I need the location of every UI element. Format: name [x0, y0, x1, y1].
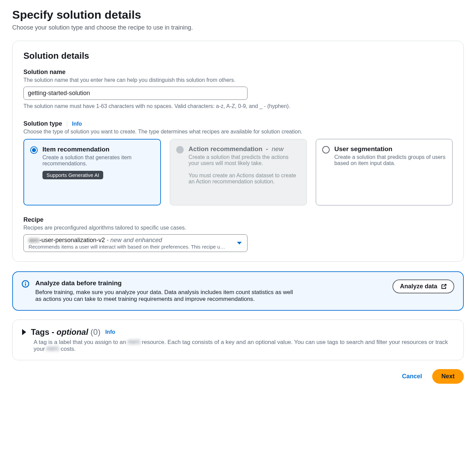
solution-name-hint: The solution name that you enter here ca…: [23, 77, 453, 83]
tile-desc: Create a solution that predicts groups o…: [334, 154, 446, 166]
radio-icon: [176, 146, 184, 153]
svg-rect-2: [25, 282, 26, 283]
solution-type-label: Solution type: [23, 120, 62, 127]
solution-type-hint: Choose the type of solution you want to …: [23, 129, 453, 135]
chevron-down-icon: [237, 242, 242, 244]
expand-icon[interactable]: [22, 329, 26, 335]
recipe-name: -user-personalization-v2: [39, 237, 105, 243]
solution-name-input[interactable]: [23, 87, 248, 100]
tags-optional: optional: [57, 327, 88, 337]
alert-title: Analyze data before training: [35, 279, 386, 287]
tags-title: Tags - optional (0): [31, 327, 100, 337]
radio-icon: [322, 146, 330, 153]
panel-title: Solution details: [23, 51, 453, 61]
tile-title: Item recommendation: [42, 146, 154, 153]
solution-name-constraint: The solution name must have 1-63 charact…: [23, 103, 453, 109]
alert-text: Before training, make sure you analyze y…: [35, 289, 293, 303]
tags-description: A tag is a label that you assign to an A…: [34, 339, 454, 352]
recipe-description: Recommends items a user will interact wi…: [29, 244, 234, 250]
tile-title: Action recommendation - new: [188, 145, 300, 153]
next-button[interactable]: Next: [432, 369, 464, 384]
tile-desc: Create a solution that generates item re…: [42, 155, 154, 167]
solution-details-panel: Solution details Solution name The solut…: [12, 41, 464, 262]
tags-panel: Tags - optional (0) Info A tag is a labe…: [12, 320, 464, 360]
generative-ai-badge: Supports Generative AI: [42, 171, 103, 179]
recipe-selected: aws-user-personalization-v2 - new and en…: [29, 237, 234, 244]
tile-item-recommendation[interactable]: Item recommendation Create a solution th…: [23, 139, 161, 205]
analyze-data-alert: Analyze data before training Before trai…: [12, 271, 464, 311]
tags-count: (0): [91, 327, 100, 337]
radio-icon: [30, 146, 38, 154]
analyze-data-button-label: Analyze data: [400, 283, 437, 290]
tile-action-recommendation: Action recommendation - new Create a sol…: [170, 139, 307, 205]
page-title: Specify solution details: [12, 8, 464, 21]
tile-title: User segmentation: [334, 145, 446, 153]
info-icon: [22, 280, 29, 288]
divider: [67, 121, 67, 127]
svg-rect-1: [25, 284, 26, 286]
page-subtitle: Choose your solution type and choose the…: [12, 24, 464, 31]
tile-title-text: Action recommendation: [188, 145, 262, 152]
tags-info-link[interactable]: Info: [105, 329, 115, 335]
recipe-label: Recipe: [23, 216, 453, 223]
recipe-select[interactable]: aws-user-personalization-v2 - new and en…: [23, 234, 248, 252]
solution-name-label: Solution name: [23, 69, 453, 76]
tile-warning: You must create an Actions dataset to cr…: [188, 173, 300, 185]
external-link-icon: [441, 284, 447, 290]
footer-actions: Cancel Next: [12, 369, 464, 384]
recipe-hint: Recipes are preconfigured algorithms tai…: [23, 225, 453, 231]
recipe-suffix: - new and enhanced: [105, 237, 162, 243]
cancel-button[interactable]: Cancel: [399, 369, 425, 383]
tile-desc: Create a solution that predicts the acti…: [188, 154, 300, 166]
solution-type-info-link[interactable]: Info: [72, 121, 82, 127]
analyze-data-button[interactable]: Analyze data: [392, 279, 454, 293]
recipe-prefix-blurred: aws: [29, 237, 39, 243]
tile-user-segmentation[interactable]: User segmentation Create a solution that…: [316, 139, 453, 205]
new-badge: new: [272, 145, 283, 152]
tags-title-prefix: Tags -: [31, 327, 57, 337]
